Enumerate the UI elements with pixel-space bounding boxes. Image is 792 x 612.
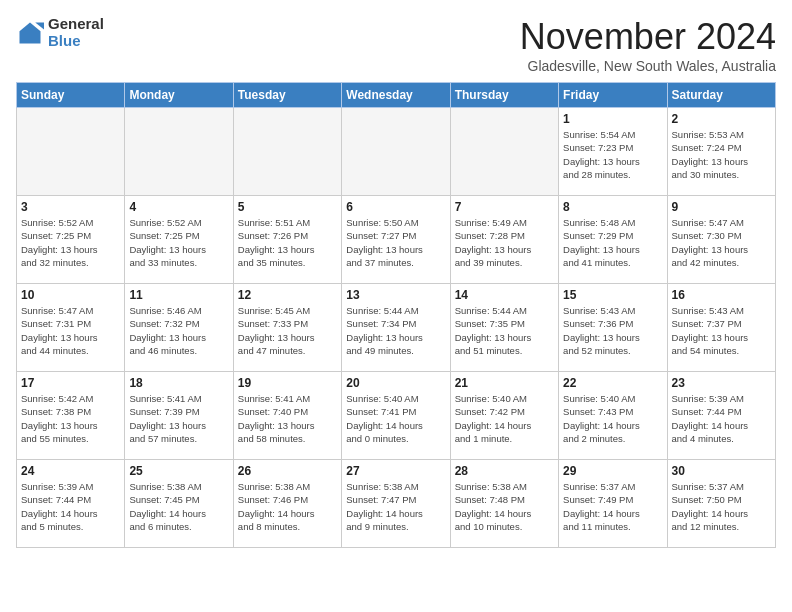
day-number: 10 bbox=[21, 288, 120, 302]
calendar-day-cell bbox=[125, 108, 233, 196]
day-number: 17 bbox=[21, 376, 120, 390]
weekday-header-cell: Tuesday bbox=[233, 83, 341, 108]
calendar-day-cell: 22Sunrise: 5:40 AM Sunset: 7:43 PM Dayli… bbox=[559, 372, 667, 460]
day-number: 3 bbox=[21, 200, 120, 214]
day-info: Sunrise: 5:38 AM Sunset: 7:45 PM Dayligh… bbox=[129, 480, 228, 533]
day-info: Sunrise: 5:48 AM Sunset: 7:29 PM Dayligh… bbox=[563, 216, 662, 269]
calendar-table: SundayMondayTuesdayWednesdayThursdayFrid… bbox=[16, 82, 776, 548]
calendar-day-cell: 14Sunrise: 5:44 AM Sunset: 7:35 PM Dayli… bbox=[450, 284, 558, 372]
day-info: Sunrise: 5:52 AM Sunset: 7:25 PM Dayligh… bbox=[21, 216, 120, 269]
calendar-day-cell bbox=[450, 108, 558, 196]
day-info: Sunrise: 5:52 AM Sunset: 7:25 PM Dayligh… bbox=[129, 216, 228, 269]
day-number: 14 bbox=[455, 288, 554, 302]
day-number: 29 bbox=[563, 464, 662, 478]
calendar-day-cell: 24Sunrise: 5:39 AM Sunset: 7:44 PM Dayli… bbox=[17, 460, 125, 548]
logo: General Blue bbox=[16, 16, 104, 49]
calendar-day-cell: 30Sunrise: 5:37 AM Sunset: 7:50 PM Dayli… bbox=[667, 460, 775, 548]
calendar-day-cell: 2Sunrise: 5:53 AM Sunset: 7:24 PM Daylig… bbox=[667, 108, 775, 196]
day-info: Sunrise: 5:37 AM Sunset: 7:50 PM Dayligh… bbox=[672, 480, 771, 533]
weekday-header-cell: Wednesday bbox=[342, 83, 450, 108]
calendar-day-cell: 15Sunrise: 5:43 AM Sunset: 7:36 PM Dayli… bbox=[559, 284, 667, 372]
weekday-header-cell: Friday bbox=[559, 83, 667, 108]
day-number: 9 bbox=[672, 200, 771, 214]
day-number: 2 bbox=[672, 112, 771, 126]
day-info: Sunrise: 5:39 AM Sunset: 7:44 PM Dayligh… bbox=[21, 480, 120, 533]
weekday-header-cell: Monday bbox=[125, 83, 233, 108]
day-number: 22 bbox=[563, 376, 662, 390]
location-title: Gladesville, New South Wales, Australia bbox=[520, 58, 776, 74]
day-number: 23 bbox=[672, 376, 771, 390]
day-number: 7 bbox=[455, 200, 554, 214]
calendar-day-cell: 20Sunrise: 5:40 AM Sunset: 7:41 PM Dayli… bbox=[342, 372, 450, 460]
day-info: Sunrise: 5:44 AM Sunset: 7:35 PM Dayligh… bbox=[455, 304, 554, 357]
day-number: 30 bbox=[672, 464, 771, 478]
day-number: 26 bbox=[238, 464, 337, 478]
day-info: Sunrise: 5:40 AM Sunset: 7:41 PM Dayligh… bbox=[346, 392, 445, 445]
calendar-day-cell: 9Sunrise: 5:47 AM Sunset: 7:30 PM Daylig… bbox=[667, 196, 775, 284]
calendar-day-cell: 16Sunrise: 5:43 AM Sunset: 7:37 PM Dayli… bbox=[667, 284, 775, 372]
day-info: Sunrise: 5:38 AM Sunset: 7:47 PM Dayligh… bbox=[346, 480, 445, 533]
calendar-day-cell: 21Sunrise: 5:40 AM Sunset: 7:42 PM Dayli… bbox=[450, 372, 558, 460]
calendar-week-row: 10Sunrise: 5:47 AM Sunset: 7:31 PM Dayli… bbox=[17, 284, 776, 372]
calendar-day-cell bbox=[342, 108, 450, 196]
day-number: 20 bbox=[346, 376, 445, 390]
day-info: Sunrise: 5:44 AM Sunset: 7:34 PM Dayligh… bbox=[346, 304, 445, 357]
calendar-day-cell: 23Sunrise: 5:39 AM Sunset: 7:44 PM Dayli… bbox=[667, 372, 775, 460]
day-number: 27 bbox=[346, 464, 445, 478]
calendar-day-cell: 7Sunrise: 5:49 AM Sunset: 7:28 PM Daylig… bbox=[450, 196, 558, 284]
day-number: 24 bbox=[21, 464, 120, 478]
day-number: 12 bbox=[238, 288, 337, 302]
day-number: 18 bbox=[129, 376, 228, 390]
calendar-day-cell: 27Sunrise: 5:38 AM Sunset: 7:47 PM Dayli… bbox=[342, 460, 450, 548]
day-info: Sunrise: 5:42 AM Sunset: 7:38 PM Dayligh… bbox=[21, 392, 120, 445]
day-info: Sunrise: 5:38 AM Sunset: 7:46 PM Dayligh… bbox=[238, 480, 337, 533]
day-number: 1 bbox=[563, 112, 662, 126]
day-info: Sunrise: 5:39 AM Sunset: 7:44 PM Dayligh… bbox=[672, 392, 771, 445]
calendar-day-cell bbox=[233, 108, 341, 196]
day-number: 13 bbox=[346, 288, 445, 302]
calendar-day-cell: 8Sunrise: 5:48 AM Sunset: 7:29 PM Daylig… bbox=[559, 196, 667, 284]
day-number: 6 bbox=[346, 200, 445, 214]
calendar-day-cell: 28Sunrise: 5:38 AM Sunset: 7:48 PM Dayli… bbox=[450, 460, 558, 548]
calendar-day-cell: 25Sunrise: 5:38 AM Sunset: 7:45 PM Dayli… bbox=[125, 460, 233, 548]
calendar-day-cell: 5Sunrise: 5:51 AM Sunset: 7:26 PM Daylig… bbox=[233, 196, 341, 284]
day-number: 25 bbox=[129, 464, 228, 478]
calendar-day-cell: 6Sunrise: 5:50 AM Sunset: 7:27 PM Daylig… bbox=[342, 196, 450, 284]
day-number: 28 bbox=[455, 464, 554, 478]
calendar-day-cell: 11Sunrise: 5:46 AM Sunset: 7:32 PM Dayli… bbox=[125, 284, 233, 372]
calendar-day-cell: 13Sunrise: 5:44 AM Sunset: 7:34 PM Dayli… bbox=[342, 284, 450, 372]
calendar-week-row: 1Sunrise: 5:54 AM Sunset: 7:23 PM Daylig… bbox=[17, 108, 776, 196]
calendar-week-row: 24Sunrise: 5:39 AM Sunset: 7:44 PM Dayli… bbox=[17, 460, 776, 548]
day-info: Sunrise: 5:37 AM Sunset: 7:49 PM Dayligh… bbox=[563, 480, 662, 533]
day-number: 15 bbox=[563, 288, 662, 302]
day-number: 11 bbox=[129, 288, 228, 302]
calendar-day-cell: 1Sunrise: 5:54 AM Sunset: 7:23 PM Daylig… bbox=[559, 108, 667, 196]
day-number: 4 bbox=[129, 200, 228, 214]
calendar-day-cell: 29Sunrise: 5:37 AM Sunset: 7:49 PM Dayli… bbox=[559, 460, 667, 548]
logo-icon bbox=[16, 19, 44, 47]
title-block: November 2024 Gladesville, New South Wal… bbox=[520, 16, 776, 74]
calendar-day-cell: 18Sunrise: 5:41 AM Sunset: 7:39 PM Dayli… bbox=[125, 372, 233, 460]
calendar-day-cell: 3Sunrise: 5:52 AM Sunset: 7:25 PM Daylig… bbox=[17, 196, 125, 284]
day-info: Sunrise: 5:47 AM Sunset: 7:31 PM Dayligh… bbox=[21, 304, 120, 357]
calendar-day-cell bbox=[17, 108, 125, 196]
day-info: Sunrise: 5:43 AM Sunset: 7:36 PM Dayligh… bbox=[563, 304, 662, 357]
calendar-week-row: 17Sunrise: 5:42 AM Sunset: 7:38 PM Dayli… bbox=[17, 372, 776, 460]
weekday-header-row: SundayMondayTuesdayWednesdayThursdayFrid… bbox=[17, 83, 776, 108]
day-info: Sunrise: 5:41 AM Sunset: 7:39 PM Dayligh… bbox=[129, 392, 228, 445]
calendar-day-cell: 4Sunrise: 5:52 AM Sunset: 7:25 PM Daylig… bbox=[125, 196, 233, 284]
day-info: Sunrise: 5:40 AM Sunset: 7:43 PM Dayligh… bbox=[563, 392, 662, 445]
day-info: Sunrise: 5:43 AM Sunset: 7:37 PM Dayligh… bbox=[672, 304, 771, 357]
day-info: Sunrise: 5:41 AM Sunset: 7:40 PM Dayligh… bbox=[238, 392, 337, 445]
day-info: Sunrise: 5:53 AM Sunset: 7:24 PM Dayligh… bbox=[672, 128, 771, 181]
day-info: Sunrise: 5:51 AM Sunset: 7:26 PM Dayligh… bbox=[238, 216, 337, 269]
month-title: November 2024 bbox=[520, 16, 776, 58]
calendar-day-cell: 26Sunrise: 5:38 AM Sunset: 7:46 PM Dayli… bbox=[233, 460, 341, 548]
day-number: 21 bbox=[455, 376, 554, 390]
logo-text: General Blue bbox=[48, 16, 104, 49]
svg-marker-0 bbox=[20, 22, 41, 43]
day-info: Sunrise: 5:38 AM Sunset: 7:48 PM Dayligh… bbox=[455, 480, 554, 533]
day-number: 16 bbox=[672, 288, 771, 302]
weekday-header-cell: Saturday bbox=[667, 83, 775, 108]
logo-general-text: General bbox=[48, 16, 104, 33]
